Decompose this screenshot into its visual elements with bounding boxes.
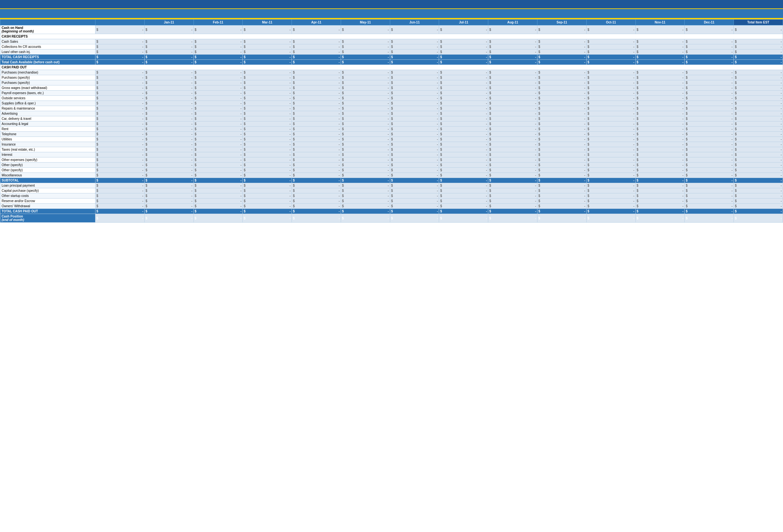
data-cell[interactable]: $ - [144,158,193,163]
data-cell[interactable]: $ - [537,183,587,188]
data-cell[interactable]: $ - [586,183,635,188]
data-cell[interactable]: $ - [439,142,488,147]
data-cell[interactable]: $ - [586,106,635,111]
data-cell[interactable]: $ - [292,96,341,101]
data-cell[interactable]: $ - [341,142,390,147]
data-cell[interactable]: $ - [439,70,488,75]
data-cell[interactable]: $ - [95,44,145,49]
data-cell[interactable]: $ - [635,101,685,106]
data-cell[interactable]: $ - [537,96,587,101]
data-cell[interactable]: $ - [243,183,292,188]
data-cell[interactable]: $ - [734,70,783,75]
data-cell[interactable]: $ - [341,204,390,209]
data-cell[interactable]: $ - [193,204,243,209]
data-cell[interactable]: $ - [341,116,390,122]
data-cell[interactable]: $ - [144,25,193,34]
data-cell[interactable]: $ - [537,132,587,137]
data-cell[interactable]: $ - [439,152,488,158]
data-cell[interactable]: $ - [586,75,635,80]
data-cell[interactable]: $ - [390,137,439,142]
data-cell[interactable]: $ - [390,183,439,188]
data-cell[interactable]: $ - [95,132,145,137]
data-cell[interactable]: $ - [95,183,145,188]
data-cell[interactable]: $ - [292,214,341,223]
data-cell[interactable]: $ - [390,152,439,158]
data-cell[interactable]: $ - [685,137,734,142]
data-cell[interactable]: $ - [390,80,439,86]
data-cell[interactable]: $ - [685,178,734,183]
data-cell[interactable]: $ - [95,204,145,209]
data-cell[interactable]: $ - [95,142,145,147]
data-cell[interactable]: $ - [144,116,193,122]
data-cell[interactable]: $ - [144,96,193,101]
data-cell[interactable]: $ - [635,75,685,80]
data-cell[interactable]: $ - [635,132,685,137]
data-cell[interactable]: $ - [292,183,341,188]
data-cell[interactable]: $ - [390,86,439,91]
data-cell[interactable]: $ - [439,199,488,204]
data-cell[interactable]: $ - [586,86,635,91]
data-cell[interactable]: $ - [537,193,587,199]
data-cell[interactable]: $ - [635,106,685,111]
data-cell[interactable]: $ - [193,158,243,163]
data-cell[interactable]: $ - [586,193,635,199]
data-cell[interactable]: $ - [635,199,685,204]
data-cell[interactable]: $ - [341,101,390,106]
data-cell[interactable]: $ - [341,49,390,55]
data-cell[interactable]: $ - [341,214,390,223]
data-cell[interactable]: $ - [341,178,390,183]
data-cell[interactable]: $ - [488,86,537,91]
data-cell[interactable]: $ - [586,204,635,209]
data-cell[interactable]: $ - [390,91,439,96]
data-cell[interactable]: $ - [537,49,587,55]
data-cell[interactable]: $ - [144,188,193,193]
data-cell[interactable]: $ - [488,163,537,168]
data-cell[interactable]: $ - [243,60,292,65]
data-cell[interactable]: $ - [635,70,685,75]
data-cell[interactable]: $ - [390,106,439,111]
data-cell[interactable]: $ - [635,49,685,55]
data-cell[interactable]: $ - [586,152,635,158]
data-cell[interactable]: $ - [193,127,243,132]
data-cell[interactable]: $ - [635,209,685,214]
data-cell[interactable]: $ - [341,193,390,199]
data-cell[interactable]: $ - [144,70,193,75]
data-cell[interactable]: $ - [488,75,537,80]
data-cell[interactable]: $ - [292,106,341,111]
data-cell[interactable]: $ - [685,116,734,122]
data-cell[interactable]: $ - [488,168,537,173]
data-cell[interactable]: $ - [292,163,341,168]
data-cell[interactable]: $ - [95,55,145,60]
data-cell[interactable]: $ - [586,214,635,223]
data-cell[interactable]: $ - [390,111,439,116]
data-cell[interactable]: $ - [390,204,439,209]
data-cell[interactable]: $ - [193,168,243,173]
data-cell[interactable]: $ - [734,101,783,106]
data-cell[interactable]: $ - [635,137,685,142]
data-cell[interactable]: $ - [95,168,145,173]
data-cell[interactable]: $ - [488,127,537,132]
data-cell[interactable]: $ - [439,75,488,80]
data-cell[interactable]: $ - [292,204,341,209]
data-cell[interactable]: $ - [341,147,390,152]
data-cell[interactable]: $ - [537,75,587,80]
data-cell[interactable]: $ - [488,44,537,49]
data-cell[interactable]: $ - [488,60,537,65]
data-cell[interactable]: $ - [586,127,635,132]
data-cell[interactable]: $ - [292,39,341,44]
data-cell[interactable]: $ - [341,39,390,44]
data-cell[interactable]: $ - [193,96,243,101]
data-cell[interactable]: $ - [734,188,783,193]
data-cell[interactable]: $ - [635,60,685,65]
data-cell[interactable]: $ - [193,152,243,158]
data-cell[interactable]: $ - [488,111,537,116]
data-cell[interactable]: $ - [439,188,488,193]
data-cell[interactable]: $ - [685,44,734,49]
data-cell[interactable]: $ - [95,80,145,86]
data-cell[interactable]: $ - [635,193,685,199]
data-cell[interactable]: $ - [734,106,783,111]
data-cell[interactable]: $ - [292,199,341,204]
data-cell[interactable]: $ - [95,178,145,183]
data-cell[interactable]: $ - [685,91,734,96]
data-cell[interactable]: $ - [635,152,685,158]
